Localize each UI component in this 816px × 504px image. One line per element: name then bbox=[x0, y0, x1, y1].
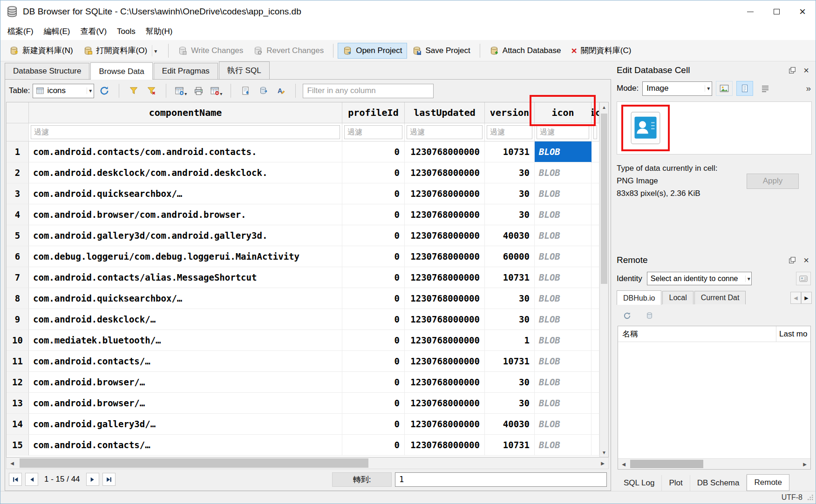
cell-profileid[interactable]: 0 bbox=[342, 288, 405, 309]
cell-profileid[interactable]: 0 bbox=[342, 141, 405, 162]
cell-icon-blob[interactable]: BLOB bbox=[535, 330, 592, 351]
row-number[interactable]: 2 bbox=[7, 162, 29, 183]
tab-scroll-right-button[interactable]: ▶ bbox=[801, 292, 812, 304]
cell-partial[interactable] bbox=[592, 288, 599, 309]
filter-cell[interactable]: 過濾 bbox=[535, 123, 592, 141]
cell-partial[interactable] bbox=[592, 141, 599, 162]
filter-input-partial[interactable]: 過濾 bbox=[593, 125, 597, 139]
filter-cell[interactable]: 過濾 bbox=[29, 123, 342, 141]
cell-profileid[interactable]: 0 bbox=[342, 435, 405, 456]
table-row[interactable]: 11 com.android.contacts/… 0 123076800000… bbox=[7, 351, 599, 372]
previous-record-button[interactable] bbox=[25, 473, 38, 486]
filter-input-version[interactable]: 過濾 bbox=[487, 125, 532, 139]
text-lines-button[interactable] bbox=[757, 81, 774, 96]
apply-button[interactable]: Apply bbox=[747, 174, 799, 189]
cell-partial[interactable] bbox=[592, 225, 599, 246]
remote-horizontal-scrollbar[interactable]: ◀ ▶ bbox=[618, 458, 810, 469]
cell-version[interactable]: 10731 bbox=[485, 435, 535, 456]
cell-componentname[interactable]: com.android.gallery3d/… bbox=[29, 414, 342, 435]
column-header-componentname[interactable]: componentName bbox=[29, 102, 342, 123]
cell-partial[interactable] bbox=[592, 351, 599, 372]
mode-selector[interactable]: Image ▾ bbox=[642, 81, 712, 96]
filter-input-componentname[interactable]: 過濾 bbox=[31, 125, 340, 139]
open-project-button[interactable]: Open Project bbox=[338, 43, 407, 59]
edit-cell-button[interactable]: A bbox=[273, 83, 288, 98]
cell-version[interactable]: 30 bbox=[485, 309, 535, 330]
main-tab[interactable]: Database Structure bbox=[5, 63, 89, 79]
cell-profileid[interactable]: 0 bbox=[342, 162, 405, 183]
open-database-button[interactable]: 打開資料庫(O) ▾ bbox=[78, 42, 164, 60]
import-data-button[interactable] bbox=[716, 81, 733, 96]
column-header-icon[interactable]: icon bbox=[535, 102, 592, 123]
cell-componentname[interactable]: com.android.contacts/com.android.contact… bbox=[29, 141, 342, 162]
cell-partial[interactable] bbox=[592, 183, 599, 204]
cell-icon-blob[interactable]: BLOB bbox=[535, 351, 592, 372]
minimize-button[interactable] bbox=[737, 0, 763, 23]
preview-image[interactable] bbox=[627, 110, 664, 146]
revert-changes-button[interactable]: Revert Changes bbox=[248, 43, 329, 59]
cell-profileid[interactable]: 0 bbox=[342, 204, 405, 225]
cell-profileid[interactable]: 0 bbox=[342, 225, 405, 246]
table-row[interactable]: 8 com.android.quicksearchbox/… 0 1230768… bbox=[7, 288, 599, 309]
cell-lastupdated[interactable]: 1230768000000 bbox=[405, 183, 485, 204]
table-row[interactable]: 13 com.android.browser/… 0 1230768000000… bbox=[7, 393, 599, 414]
clear-filters-button[interactable] bbox=[144, 83, 159, 98]
cell-lastupdated[interactable]: 1230768000000 bbox=[405, 330, 485, 351]
row-number[interactable]: 9 bbox=[7, 309, 29, 330]
insert-record-button[interactable]: ▾ bbox=[173, 83, 188, 98]
cell-lastupdated[interactable]: 1230768000000 bbox=[405, 204, 485, 225]
cell-partial[interactable] bbox=[592, 267, 599, 288]
cell-lastupdated[interactable]: 1230768000000 bbox=[405, 162, 485, 183]
column-header-partial[interactable]: ic bbox=[592, 102, 599, 123]
remote-scrollbar-thumb[interactable] bbox=[630, 460, 703, 468]
vertical-scrollbar[interactable]: ▲ ▼ bbox=[599, 102, 608, 457]
last-record-button[interactable] bbox=[102, 473, 116, 486]
cell-icon-blob[interactable]: BLOB bbox=[535, 267, 592, 288]
cell-componentname[interactable]: com.mediatek.bluetooth/… bbox=[29, 330, 342, 351]
main-tab[interactable]: Browse Data bbox=[90, 62, 152, 80]
cell-componentname[interactable]: com.android.quicksearchbox/… bbox=[29, 288, 342, 309]
float-panel-button[interactable] bbox=[787, 65, 798, 76]
new-database-button[interactable]: 新建資料庫(N) bbox=[4, 42, 78, 59]
export-table-button[interactable] bbox=[238, 83, 253, 98]
more-buttons-chevron[interactable]: » bbox=[805, 83, 812, 94]
cell-componentname[interactable]: com.android.gallery3d/com.android.galler… bbox=[29, 225, 342, 246]
table-row[interactable]: 12 com.android.browser/… 0 1230768000000… bbox=[7, 372, 599, 393]
cell-icon-blob[interactable]: BLOB bbox=[535, 372, 592, 393]
column-header-version[interactable]: version bbox=[485, 102, 535, 123]
column-header-profileid[interactable]: profileId bbox=[342, 102, 405, 123]
row-number[interactable]: 4 bbox=[7, 204, 29, 225]
row-number[interactable]: 7 bbox=[7, 267, 29, 288]
cell-partial[interactable] bbox=[592, 162, 599, 183]
cell-version[interactable]: 40030 bbox=[485, 225, 535, 246]
cell-lastupdated[interactable]: 1230768000000 bbox=[405, 435, 485, 456]
table-selector[interactable]: icons ▾ bbox=[33, 84, 94, 98]
remote-refresh-button[interactable] bbox=[619, 308, 634, 323]
table-row[interactable]: 2 com.android.deskclock/com.android.desk… bbox=[7, 162, 599, 183]
table-row[interactable]: 15 com.android.contacts/… 0 123076800000… bbox=[7, 435, 599, 456]
horizontal-scrollbar[interactable]: ◀ ▶ bbox=[6, 457, 609, 469]
identity-selector[interactable]: Select an identity to conne ▾ bbox=[647, 272, 752, 285]
horizontal-scrollbar-thumb[interactable] bbox=[20, 458, 368, 468]
menu-item[interactable]: 幫助(H) bbox=[141, 23, 178, 40]
save-view-button[interactable] bbox=[256, 83, 271, 98]
cell-icon-blob[interactable]: BLOB bbox=[535, 162, 592, 183]
scroll-right-arrow-icon[interactable]: ▶ bbox=[799, 459, 810, 469]
column-header-lastupdated[interactable]: lastUpdated bbox=[405, 102, 485, 123]
menu-item[interactable]: Tools bbox=[112, 24, 141, 39]
table-row[interactable]: 6 com.debug.loggerui/com.debug.loggerui.… bbox=[7, 246, 599, 267]
maximize-button[interactable] bbox=[763, 0, 789, 23]
cell-icon-blob[interactable]: BLOB bbox=[535, 414, 592, 435]
close-button[interactable]: × bbox=[789, 0, 816, 23]
identity-settings-button[interactable] bbox=[796, 272, 811, 285]
scroll-left-arrow-icon[interactable]: ◀ bbox=[7, 457, 18, 469]
print-button[interactable] bbox=[191, 83, 206, 98]
filter-cell[interactable]: 過濾 bbox=[405, 123, 485, 141]
table-row[interactable]: 4 com.android.browser/com.android.browse… bbox=[7, 204, 599, 225]
cell-componentname[interactable]: com.android.contacts/alias.MessageShortc… bbox=[29, 267, 342, 288]
close-panel-button[interactable]: × bbox=[801, 65, 812, 76]
cell-version[interactable]: 30 bbox=[485, 393, 535, 414]
cell-version[interactable]: 10731 bbox=[485, 267, 535, 288]
dock-tab[interactable]: SQL Log bbox=[617, 475, 662, 491]
table-row[interactable]: 10 com.mediatek.bluetooth/… 0 1230768000… bbox=[7, 330, 599, 351]
